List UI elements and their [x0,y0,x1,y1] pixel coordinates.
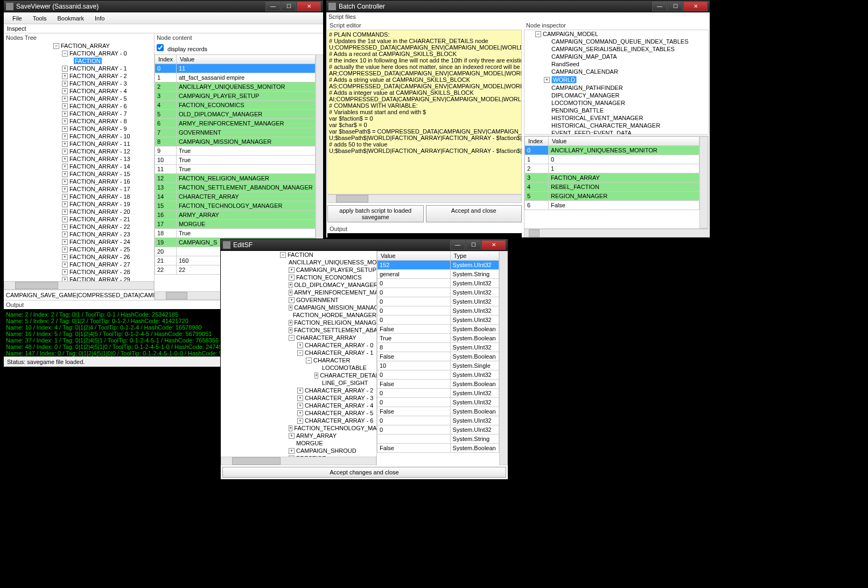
tree-node[interactable]: +FACTION_RELIGION_MANAGER [221,319,376,326]
tree-node[interactable]: HISTORICAL_EVENT_MANAGER [524,114,708,122]
table-row[interactable]: FalseSystem.Boolean [377,407,499,416]
tree-node[interactable]: LINE_OF_SIGHT [221,379,376,387]
table-row[interactable]: 10 [525,155,699,164]
tree-node[interactable]: +FACTION_ECONOMICS [221,274,376,281]
expander-icon[interactable]: + [297,342,303,348]
tree-node[interactable]: HISTORICAL_CHARACTER_MANAGER [524,122,708,129]
table-row[interactable]: 9True [155,146,316,156]
table-row[interactable]: 152System.UInt32 [377,261,499,270]
tree-hscroll[interactable] [4,281,154,290]
tree-node[interactable]: +FACTION_ARRAY - 5 [4,95,154,102]
table-row[interactable]: 0System.UInt32 [377,306,499,316]
tree-node[interactable]: +FACTION_ARRAY - 29 [4,276,154,281]
expander-icon[interactable]: + [544,77,550,83]
tree-node[interactable]: +CHARACTER_ARRAY - 4 [221,402,376,409]
tree-node[interactable]: −CHARACTER_ARRAY - 1 [221,349,376,356]
tree-node[interactable]: CAMPAIGN_CALENDAR [524,68,708,75]
minimize-button[interactable]: — [450,240,465,250]
tree-node[interactable]: −CHARACTER_ARRAY [221,334,376,341]
editsf-vscroll[interactable] [499,251,508,465]
maximize-button[interactable]: ☐ [466,240,481,250]
editsf-tree[interactable]: −FACTIONANCILLARY_UNIQUENESS_MO+CAMPAIGN… [221,251,376,457]
tree-node[interactable]: PENDING_BATTLE [524,107,708,114]
table-row[interactable]: 10True [155,156,316,165]
tree-node[interactable]: +CHARACTER_ARRAY - 0 [221,341,376,349]
inspector-hscroll[interactable] [524,229,709,237]
tree-node[interactable]: +FACTION_TECHNOLOGY_MANA [221,424,376,432]
tree-node[interactable]: +FACTION_ARRAY - 22 [4,223,154,230]
tree-node[interactable]: +FACTION_ARRAY - 8 [4,117,154,125]
table-row[interactable]: 8System.UInt32 [377,343,499,352]
menu-bookmark[interactable]: Bookmark [52,15,89,22]
table-row[interactable]: 21 [525,164,699,173]
close-button[interactable]: ✕ [481,240,506,250]
tree-node[interactable]: +FACTION_ARRAY - 17 [4,185,154,193]
expander-icon[interactable]: + [297,403,303,409]
table-row[interactable]: 12FACTION_RELIGION_MANAGER [155,174,316,183]
tree-node[interactable]: −CHARACTER [221,356,376,364]
table-row[interactable]: 0System.UInt32 [377,389,499,398]
tree-node[interactable]: +FACTION_ARRAY - 7 [4,110,154,117]
titlebar[interactable]: EditSF — ☐ ✕ [221,239,508,251]
expander-icon[interactable]: + [289,282,292,288]
tree-node[interactable]: CAMPAIGN_MAP_DATA [524,53,708,60]
table-row[interactable]: 0ANCILLARY_UNIQUENESS_MONITOR [525,146,699,155]
expander-icon[interactable]: + [289,290,292,296]
display-records-checkbox[interactable]: display records [157,46,207,52]
tree-node[interactable]: +FACTION_ARRAY - 4 [4,87,154,95]
tree-node[interactable]: +CHARACTER_DETAI [221,372,376,379]
tree-node[interactable]: +WORLD [524,75,708,84]
tree-node[interactable]: MORGUE [221,439,376,447]
table-row[interactable]: 3FACTION_ARRAY [525,173,699,183]
table-row[interactable]: 4FACTION_ECONOMICS [155,101,316,110]
tree-node[interactable]: +FACTION_SETTLEMENT_ABAN [221,326,376,334]
tree-node[interactable]: +FACTION_ARRAY - 18 [4,193,154,200]
table-row[interactable]: FalseSystem.Boolean [377,325,499,334]
tree-node[interactable]: +FACTION_ARRAY - 16 [4,178,154,185]
tree-node[interactable]: +FACTION_ARRAY - 13 [4,155,154,163]
tree-node[interactable]: +FACTION_ARRAY - 12 [4,148,154,155]
table-row[interactable]: FalseSystem.Boolean [377,380,499,389]
titlebar[interactable]: SaveViewer (Sassanid.save) — ☐ ✕ [4,1,323,12]
expander-icon[interactable]: + [297,388,303,394]
expander-icon[interactable]: + [289,275,295,281]
table-row[interactable]: 0System.UInt32 [377,297,499,306]
tree-node[interactable]: +FACTION_ARRAY - 20 [4,208,154,215]
menu-info[interactable]: Info [89,15,110,22]
tree-node[interactable]: +ARMY_ARRAY [221,432,376,439]
tree-node[interactable]: ANCILLARY_UNIQUENESS_MO [221,258,376,266]
table-row[interactable]: 17MORGUE [155,220,316,229]
minimize-button[interactable]: — [265,2,281,11]
table-row[interactable]: 13FACTION_SETTLEMENT_ABANDON_MANAGER [155,183,316,192]
expander-icon[interactable]: + [289,327,292,333]
tree-node[interactable]: +FACTION_ARRAY - 25 [4,246,154,253]
table-row[interactable]: 5REGION_MANAGER [525,192,699,201]
tree-node[interactable]: +GOVERNMENT [221,296,376,304]
table-row[interactable]: 6False [525,201,699,210]
menu-file[interactable]: File [7,15,27,22]
tree-node[interactable]: +FACTION_ARRAY - 23 [4,230,154,238]
table-row[interactable]: 1att_fact_sassanid empire [155,73,316,82]
expander-icon[interactable]: + [297,395,303,401]
accept-changes-button[interactable]: Accept changes and close [222,467,506,478]
expander-icon[interactable]: + [289,425,292,431]
minimize-button[interactable]: — [652,2,667,11]
tree-node[interactable]: −FACTION_ARRAY [4,42,154,50]
expander-icon[interactable]: − [280,252,286,258]
tree-node[interactable]: +CAMPAIGN_MISSION_MANAGE [221,304,376,311]
tree-node[interactable]: +CAMPAIGN_SHROUD [221,447,376,454]
table-row[interactable]: FalseSystem.Boolean [377,352,499,361]
tree-node[interactable]: EVENT_FEED::EVENT_DATA [524,129,708,135]
tree-node[interactable]: LOCOMOTION_MANAGER [524,99,708,107]
expander-icon[interactable]: + [289,320,292,326]
tree-node[interactable]: +CHARACTER_ARRAY - 2 [221,387,376,394]
close-button[interactable]: ✕ [683,2,708,11]
tree-node[interactable]: +CHARACTER_ARRAY - 5 [221,409,376,417]
tree-node[interactable]: CAMPAIGN_PATHFINDER [524,84,708,92]
table-row[interactable]: 0System.UInt32 [377,370,499,380]
tree-node[interactable]: +ARMY_REINFORCEMENT_MAN [221,289,376,296]
table-row[interactable]: 8CAMPAIGN_MISSION_MANAGER [155,137,316,146]
titlebar[interactable]: Batch Controller — ☐ ✕ [326,1,710,12]
expander-icon[interactable]: + [297,410,303,416]
nodes-tree[interactable]: −FACTION_ARRAY−FACTION_ARRAY - 0FACTION+… [4,42,154,281]
